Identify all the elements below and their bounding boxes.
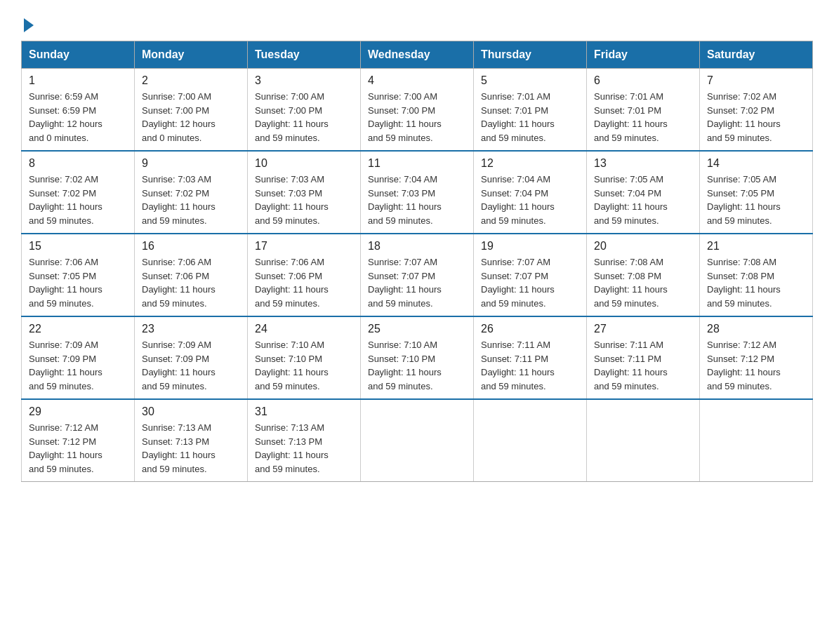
calendar-week-row: 1 Sunrise: 6:59 AMSunset: 6:59 PMDayligh… bbox=[22, 69, 813, 152]
day-info: Sunrise: 7:09 AMSunset: 7:09 PMDaylight:… bbox=[142, 340, 216, 391]
day-number: 5 bbox=[481, 74, 579, 87]
day-number: 15 bbox=[29, 240, 127, 253]
day-info: Sunrise: 7:03 AMSunset: 7:02 PMDaylight:… bbox=[142, 174, 216, 226]
calendar-day-cell bbox=[587, 399, 700, 482]
calendar-week-row: 22 Sunrise: 7:09 AMSunset: 7:09 PMDaylig… bbox=[22, 316, 813, 399]
day-number: 27 bbox=[594, 323, 692, 335]
day-info: Sunrise: 7:07 AMSunset: 7:07 PMDaylight:… bbox=[368, 257, 442, 309]
calendar-day-cell: 4 Sunrise: 7:00 AMSunset: 7:00 PMDayligh… bbox=[361, 69, 474, 152]
day-info: Sunrise: 7:01 AMSunset: 7:01 PMDaylight:… bbox=[594, 91, 668, 143]
calendar-day-cell: 16 Sunrise: 7:06 AMSunset: 7:06 PMDaylig… bbox=[135, 234, 248, 316]
day-info: Sunrise: 7:00 AMSunset: 7:00 PMDaylight:… bbox=[368, 91, 442, 143]
calendar-day-cell: 19 Sunrise: 7:07 AMSunset: 7:07 PMDaylig… bbox=[474, 234, 587, 316]
day-number: 8 bbox=[29, 157, 127, 170]
day-info: Sunrise: 7:06 AMSunset: 7:05 PMDaylight:… bbox=[29, 257, 102, 309]
day-info: Sunrise: 7:03 AMSunset: 7:03 PMDaylight:… bbox=[255, 174, 329, 226]
calendar-day-cell: 6 Sunrise: 7:01 AMSunset: 7:01 PMDayligh… bbox=[587, 69, 700, 152]
day-info: Sunrise: 7:12 AMSunset: 7:12 PMDaylight:… bbox=[707, 340, 781, 391]
day-number: 17 bbox=[255, 240, 353, 253]
day-number: 24 bbox=[255, 323, 353, 335]
calendar-day-cell: 1 Sunrise: 6:59 AMSunset: 6:59 PMDayligh… bbox=[22, 69, 135, 152]
calendar-day-cell: 21 Sunrise: 7:08 AMSunset: 7:08 PMDaylig… bbox=[700, 234, 813, 316]
day-info: Sunrise: 7:02 AMSunset: 7:02 PMDaylight:… bbox=[29, 174, 102, 226]
calendar-day-cell: 17 Sunrise: 7:06 AMSunset: 7:06 PMDaylig… bbox=[248, 234, 361, 316]
day-number: 16 bbox=[142, 240, 240, 253]
day-info: Sunrise: 7:01 AMSunset: 7:01 PMDaylight:… bbox=[481, 91, 555, 143]
day-info: Sunrise: 7:13 AMSunset: 7:13 PMDaylight:… bbox=[142, 422, 216, 474]
calendar-day-cell: 15 Sunrise: 7:06 AMSunset: 7:05 PMDaylig… bbox=[22, 234, 135, 316]
day-number: 31 bbox=[255, 405, 353, 418]
calendar-day-cell: 12 Sunrise: 7:04 AMSunset: 7:04 PMDaylig… bbox=[474, 151, 587, 234]
calendar-week-row: 8 Sunrise: 7:02 AMSunset: 7:02 PMDayligh… bbox=[22, 151, 813, 234]
calendar-day-cell: 25 Sunrise: 7:10 AMSunset: 7:10 PMDaylig… bbox=[361, 316, 474, 399]
day-info: Sunrise: 7:05 AMSunset: 7:04 PMDaylight:… bbox=[594, 174, 668, 226]
calendar-day-cell: 23 Sunrise: 7:09 AMSunset: 7:09 PMDaylig… bbox=[135, 316, 248, 399]
calendar-week-row: 15 Sunrise: 7:06 AMSunset: 7:05 PMDaylig… bbox=[22, 234, 813, 316]
day-info: Sunrise: 7:07 AMSunset: 7:07 PMDaylight:… bbox=[481, 257, 555, 309]
calendar-day-cell bbox=[700, 399, 813, 482]
day-info: Sunrise: 7:05 AMSunset: 7:05 PMDaylight:… bbox=[707, 174, 781, 226]
day-number: 21 bbox=[707, 240, 805, 253]
calendar-table: SundayMondayTuesdayWednesdayThursdayFrid… bbox=[21, 41, 813, 482]
day-number: 9 bbox=[142, 157, 240, 170]
weekday-header-thursday: Thursday bbox=[474, 41, 587, 69]
weekday-header-saturday: Saturday bbox=[700, 41, 813, 69]
day-info: Sunrise: 7:10 AMSunset: 7:10 PMDaylight:… bbox=[368, 340, 442, 391]
day-number: 1 bbox=[29, 74, 127, 87]
day-info: Sunrise: 7:10 AMSunset: 7:10 PMDaylight:… bbox=[255, 340, 329, 391]
day-info: Sunrise: 7:08 AMSunset: 7:08 PMDaylight:… bbox=[707, 257, 781, 309]
day-info: Sunrise: 7:04 AMSunset: 7:04 PMDaylight:… bbox=[481, 174, 555, 226]
day-number: 4 bbox=[368, 74, 466, 87]
day-number: 26 bbox=[481, 323, 579, 335]
calendar-day-cell bbox=[361, 399, 474, 482]
weekday-header-monday: Monday bbox=[135, 41, 248, 69]
calendar-day-cell: 2 Sunrise: 7:00 AMSunset: 7:00 PMDayligh… bbox=[135, 69, 248, 152]
calendar-day-cell: 8 Sunrise: 7:02 AMSunset: 7:02 PMDayligh… bbox=[22, 151, 135, 234]
day-info: Sunrise: 7:13 AMSunset: 7:13 PMDaylight:… bbox=[255, 422, 329, 474]
weekday-header-tuesday: Tuesday bbox=[248, 41, 361, 69]
day-number: 10 bbox=[255, 157, 353, 170]
day-info: Sunrise: 7:11 AMSunset: 7:11 PMDaylight:… bbox=[594, 340, 668, 391]
calendar-day-cell: 13 Sunrise: 7:05 AMSunset: 7:04 PMDaylig… bbox=[587, 151, 700, 234]
day-number: 11 bbox=[368, 157, 466, 170]
weekday-header-friday: Friday bbox=[587, 41, 700, 69]
calendar-day-cell: 28 Sunrise: 7:12 AMSunset: 7:12 PMDaylig… bbox=[700, 316, 813, 399]
calendar-day-cell: 3 Sunrise: 7:00 AMSunset: 7:00 PMDayligh… bbox=[248, 69, 361, 152]
calendar-day-cell: 22 Sunrise: 7:09 AMSunset: 7:09 PMDaylig… bbox=[22, 316, 135, 399]
weekday-header-wednesday: Wednesday bbox=[361, 41, 474, 69]
calendar-day-cell: 30 Sunrise: 7:13 AMSunset: 7:13 PMDaylig… bbox=[135, 399, 248, 482]
day-info: Sunrise: 7:11 AMSunset: 7:11 PMDaylight:… bbox=[481, 340, 555, 391]
day-info: Sunrise: 6:59 AMSunset: 6:59 PMDaylight:… bbox=[29, 91, 102, 143]
calendar-day-cell: 27 Sunrise: 7:11 AMSunset: 7:11 PMDaylig… bbox=[587, 316, 700, 399]
day-info: Sunrise: 7:04 AMSunset: 7:03 PMDaylight:… bbox=[368, 174, 442, 226]
calendar-week-row: 29 Sunrise: 7:12 AMSunset: 7:12 PMDaylig… bbox=[22, 399, 813, 482]
day-number: 25 bbox=[368, 323, 466, 335]
day-info: Sunrise: 7:08 AMSunset: 7:08 PMDaylight:… bbox=[594, 257, 668, 309]
day-number: 19 bbox=[481, 240, 579, 253]
day-number: 18 bbox=[368, 240, 466, 253]
day-number: 23 bbox=[142, 323, 240, 335]
day-number: 3 bbox=[255, 74, 353, 87]
page-header bbox=[21, 14, 813, 29]
calendar-day-cell: 26 Sunrise: 7:11 AMSunset: 7:11 PMDaylig… bbox=[474, 316, 587, 399]
day-info: Sunrise: 7:09 AMSunset: 7:09 PMDaylight:… bbox=[29, 340, 102, 391]
day-info: Sunrise: 7:06 AMSunset: 7:06 PMDaylight:… bbox=[142, 257, 216, 309]
day-number: 6 bbox=[594, 74, 692, 87]
calendar-day-cell: 29 Sunrise: 7:12 AMSunset: 7:12 PMDaylig… bbox=[22, 399, 135, 482]
day-number: 28 bbox=[707, 323, 805, 335]
logo-arrow-icon bbox=[24, 18, 34, 32]
calendar-day-cell bbox=[474, 399, 587, 482]
day-number: 22 bbox=[29, 323, 127, 335]
day-number: 29 bbox=[29, 405, 127, 418]
weekday-header-row: SundayMondayTuesdayWednesdayThursdayFrid… bbox=[22, 41, 813, 69]
day-number: 20 bbox=[594, 240, 692, 253]
calendar-day-cell: 7 Sunrise: 7:02 AMSunset: 7:02 PMDayligh… bbox=[700, 69, 813, 152]
calendar-day-cell: 20 Sunrise: 7:08 AMSunset: 7:08 PMDaylig… bbox=[587, 234, 700, 316]
day-number: 12 bbox=[481, 157, 579, 170]
day-info: Sunrise: 7:00 AMSunset: 7:00 PMDaylight:… bbox=[142, 91, 216, 143]
calendar-day-cell: 10 Sunrise: 7:03 AMSunset: 7:03 PMDaylig… bbox=[248, 151, 361, 234]
day-number: 13 bbox=[594, 157, 692, 170]
calendar-day-cell: 18 Sunrise: 7:07 AMSunset: 7:07 PMDaylig… bbox=[361, 234, 474, 316]
calendar-day-cell: 31 Sunrise: 7:13 AMSunset: 7:13 PMDaylig… bbox=[248, 399, 361, 482]
calendar-day-cell: 5 Sunrise: 7:01 AMSunset: 7:01 PMDayligh… bbox=[474, 69, 587, 152]
